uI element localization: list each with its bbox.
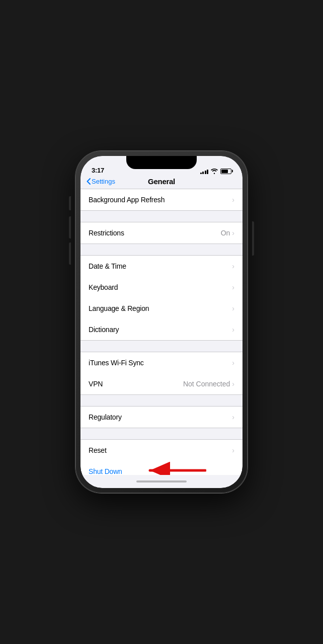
itunes-wifi-sync-right: › bbox=[232, 359, 234, 367]
chevron-icon: › bbox=[232, 304, 234, 312]
keyboard-label: Keyboard bbox=[89, 283, 118, 291]
section-spacer-3 bbox=[80, 341, 243, 352]
status-time: 3:17 bbox=[92, 167, 104, 174]
vpn-value: Not Connected bbox=[183, 380, 230, 388]
keyboard-item[interactable]: Keyboard › bbox=[80, 277, 243, 298]
reset-label: Reset bbox=[89, 446, 107, 454]
shut-down-label: Shut Down bbox=[89, 467, 122, 475]
status-icons bbox=[200, 168, 232, 174]
vpn-item[interactable]: VPN Not Connected › bbox=[80, 373, 243, 394]
restrictions-label: Restrictions bbox=[89, 229, 124, 237]
chevron-icon: › bbox=[232, 446, 234, 454]
date-time-label: Date & Time bbox=[89, 262, 126, 270]
restrictions-right: On › bbox=[221, 229, 234, 237]
list-group-3: iTunes Wi-Fi Sync › VPN Not Connected › bbox=[80, 352, 243, 395]
background-app-refresh-item[interactable]: Background App Refresh › bbox=[80, 189, 243, 210]
regulatory-right: › bbox=[232, 413, 234, 421]
chevron-icon: › bbox=[232, 413, 234, 421]
phone-screen: 3:17 bbox=[80, 156, 243, 488]
date-time-right: › bbox=[232, 262, 234, 270]
red-arrow-annotation bbox=[141, 462, 206, 475]
itunes-wifi-sync-label: iTunes Wi-Fi Sync bbox=[89, 359, 144, 367]
back-label: Settings bbox=[92, 178, 115, 185]
section-spacer-4 bbox=[80, 395, 243, 406]
reset-right: › bbox=[232, 446, 234, 454]
language-region-label: Language & Region bbox=[89, 304, 149, 312]
volume-down-button[interactable] bbox=[69, 243, 71, 265]
list-group-4: Regulatory › bbox=[80, 406, 243, 428]
reset-item[interactable]: Reset › bbox=[80, 440, 243, 461]
chevron-icon: › bbox=[232, 380, 234, 388]
phone-frame: 3:17 bbox=[75, 151, 248, 493]
restrictions-item[interactable]: Restrictions On › bbox=[80, 222, 243, 244]
red-arrow-icon bbox=[141, 462, 206, 475]
mute-button[interactable] bbox=[69, 196, 71, 210]
chevron-left-icon bbox=[87, 178, 91, 185]
section-spacer-2 bbox=[80, 244, 243, 255]
vpn-label: VPN bbox=[89, 380, 103, 388]
chevron-icon: › bbox=[232, 196, 234, 204]
settings-content: Background App Refresh › Restrictions On bbox=[80, 189, 243, 475]
list-group-1: Background App Refresh › bbox=[80, 189, 243, 211]
dictionary-item[interactable]: Dictionary › bbox=[80, 319, 243, 340]
dictionary-label: Dictionary bbox=[89, 326, 119, 334]
volume-up-button[interactable] bbox=[69, 216, 71, 238]
restrictions-value: On bbox=[221, 229, 230, 237]
chevron-icon: › bbox=[232, 326, 234, 334]
home-bar bbox=[136, 480, 187, 482]
background-app-refresh-label: Background App Refresh bbox=[89, 196, 165, 204]
nav-bar: Settings General bbox=[80, 176, 243, 189]
battery-icon bbox=[220, 169, 231, 174]
page-title: General bbox=[148, 177, 175, 186]
section-spacer bbox=[80, 211, 243, 222]
keyboard-right: › bbox=[232, 283, 234, 291]
list-group-2: Date & Time › Keyboard › Language & Regi… bbox=[80, 255, 243, 341]
signal-icon bbox=[200, 168, 209, 174]
itunes-wifi-sync-item[interactable]: iTunes Wi-Fi Sync › bbox=[80, 352, 243, 373]
screen: 3:17 bbox=[80, 156, 243, 488]
shut-down-item[interactable]: Shut Down bbox=[80, 461, 243, 475]
chevron-icon: › bbox=[232, 283, 234, 291]
section-spacer-5 bbox=[80, 428, 243, 439]
list-group-5: Reset › Shut Down bbox=[80, 439, 243, 475]
regulatory-label: Regulatory bbox=[89, 413, 122, 421]
vpn-right: Not Connected › bbox=[183, 380, 234, 388]
home-indicator[interactable] bbox=[80, 475, 243, 488]
language-region-item[interactable]: Language & Region › bbox=[80, 298, 243, 319]
chevron-icon: › bbox=[232, 229, 234, 237]
back-button[interactable]: Settings bbox=[87, 178, 115, 185]
regulatory-item[interactable]: Regulatory › bbox=[80, 407, 243, 428]
list-group-restrictions: Restrictions On › bbox=[80, 222, 243, 244]
power-button[interactable] bbox=[252, 221, 254, 256]
wifi-icon bbox=[211, 169, 218, 174]
chevron-icon: › bbox=[232, 359, 234, 367]
chevron-icon: › bbox=[232, 262, 234, 270]
notch bbox=[126, 156, 197, 169]
background-app-refresh-right: › bbox=[232, 196, 234, 204]
language-region-right: › bbox=[232, 304, 234, 312]
section-group-1: Background App Refresh › Restrictions On bbox=[80, 189, 243, 244]
dictionary-right: › bbox=[232, 326, 234, 334]
date-time-item[interactable]: Date & Time › bbox=[80, 256, 243, 277]
